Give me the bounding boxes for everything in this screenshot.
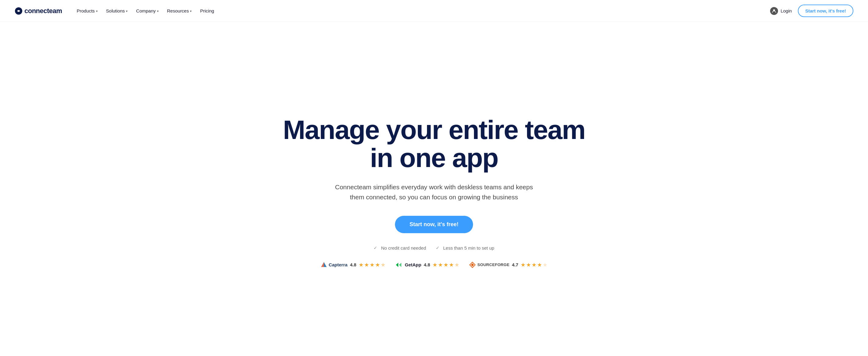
sourceforge-name: SourceForge <box>477 262 509 267</box>
logo[interactable]: connecteam <box>14 7 62 15</box>
trust-label-2: Less than 5 min to set up <box>443 245 494 251</box>
capterra-score: 4.8 <box>350 262 356 267</box>
nav-item-solutions: Solutions ▾ <box>102 6 131 16</box>
ratings-row: Capterra 4.8 ★ ★ ★ ★ ★ GetApp 4.8 <box>320 261 548 268</box>
check-icon-2: ✓ <box>436 245 439 250</box>
hero-section: Manage your entire team in one app Conne… <box>0 22 868 356</box>
nav-link-products[interactable]: Products ▾ <box>73 6 101 16</box>
nav-link-pricing[interactable]: Pricing <box>196 6 218 16</box>
getapp-score: 4.8 <box>424 262 430 267</box>
login-button[interactable]: Login <box>770 7 792 15</box>
navbar-cta-button[interactable]: Start now, it's free! <box>798 5 854 17</box>
star-1: ★ <box>432 261 437 268</box>
nav-item-company: Company ▾ <box>132 6 162 16</box>
star-1: ★ <box>359 261 364 268</box>
getapp-logo: GetApp <box>395 262 421 268</box>
star-4: ★ <box>537 261 542 268</box>
getapp-icon <box>395 262 403 268</box>
star-5: ★ <box>381 261 385 268</box>
capterra-logo: Capterra <box>320 261 348 268</box>
check-icon-1: ✓ <box>374 245 377 250</box>
star-3: ★ <box>532 261 536 268</box>
hero-cta-button[interactable]: Start now, it's free! <box>395 216 473 233</box>
star-3: ★ <box>370 261 374 268</box>
sourceforge-logo: SourceForge <box>469 261 509 268</box>
sourceforge-stars: ★ ★ ★ ★ ★ <box>521 261 548 268</box>
star-4: ★ <box>375 261 380 268</box>
getapp-stars: ★ ★ ★ ★ ★ <box>432 261 459 268</box>
chevron-down-icon: ▾ <box>157 9 159 13</box>
nav-link-resources[interactable]: Resources ▾ <box>163 6 195 16</box>
navbar-left: connecteam Products ▾ Solutions ▾ Compan… <box>14 6 218 16</box>
nav-link-solutions[interactable]: Solutions ▾ <box>102 6 131 16</box>
star-2: ★ <box>438 261 443 268</box>
login-label: Login <box>780 8 792 13</box>
hero-subtitle: Connecteam simplifies everyday work with… <box>330 182 538 202</box>
chevron-down-icon: ▾ <box>126 9 127 13</box>
rating-capterra: Capterra 4.8 ★ ★ ★ ★ ★ <box>320 261 386 268</box>
capterra-stars: ★ ★ ★ ★ ★ <box>359 261 385 268</box>
sourceforge-icon <box>469 261 476 268</box>
trust-label-1: No credit card needed <box>381 245 426 251</box>
user-avatar-icon <box>770 7 778 15</box>
star-2: ★ <box>364 261 369 268</box>
logo-icon <box>14 7 23 15</box>
star-3: ★ <box>443 261 448 268</box>
nav-links: Products ▾ Solutions ▾ Company ▾ Resourc… <box>73 6 218 16</box>
svg-marker-3 <box>321 262 324 267</box>
navbar-right: Login Start now, it's free! <box>770 5 854 17</box>
star-1: ★ <box>521 261 526 268</box>
star-4: ★ <box>449 261 454 268</box>
nav-link-company[interactable]: Company ▾ <box>132 6 162 16</box>
star-2: ★ <box>526 261 531 268</box>
chevron-down-icon: ▾ <box>190 9 191 13</box>
nav-item-products: Products ▾ <box>73 6 101 16</box>
star-5: ★ <box>455 261 459 268</box>
hero-title-line1: Manage your entire team <box>283 115 585 145</box>
nav-label-products: Products <box>76 8 95 13</box>
rating-getapp: GetApp 4.8 ★ ★ ★ ★ ★ <box>395 261 459 268</box>
rating-sourceforge: SourceForge 4.7 ★ ★ ★ ★ ★ <box>469 261 548 268</box>
hero-title-line2: in one app <box>370 143 498 173</box>
hero-title: Manage your entire team in one app <box>283 116 585 172</box>
star-5: ★ <box>542 261 548 268</box>
nav-item-resources: Resources ▾ <box>163 6 195 16</box>
navbar: connecteam Products ▾ Solutions ▾ Compan… <box>0 0 868 22</box>
nav-label-resources: Resources <box>167 8 189 13</box>
capterra-icon <box>320 261 327 268</box>
nav-label-solutions: Solutions <box>106 8 125 13</box>
brand-name: connecteam <box>24 7 62 15</box>
getapp-name: GetApp <box>405 262 421 267</box>
capterra-name: Capterra <box>329 262 348 267</box>
nav-item-pricing: Pricing <box>196 6 218 16</box>
chevron-down-icon: ▾ <box>96 9 98 13</box>
nav-label-company: Company <box>136 8 156 13</box>
sourceforge-score: 4.7 <box>512 262 518 267</box>
nav-label-pricing: Pricing <box>200 8 214 13</box>
trust-badges: ✓ No credit card needed ✓ Less than 5 mi… <box>374 245 494 251</box>
